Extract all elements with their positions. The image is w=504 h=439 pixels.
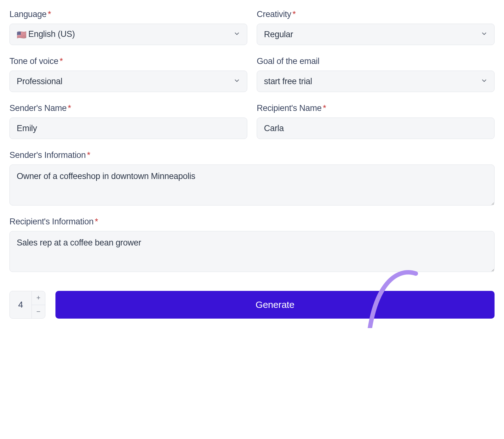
recipient-name-group: Recipient's Name* [257,103,495,139]
form-grid: Language* 🇺🇸English (US) Creativity* [9,9,495,272]
sender-info-label: Sender's Information* [9,150,495,160]
creativity-value: Regular [264,30,293,39]
creativity-select-wrap: Regular [257,24,495,45]
stepper-decrement-button[interactable]: − [32,305,45,319]
footer-row: 4 + − Generate [9,291,495,319]
sender-info-textarea[interactable] [9,165,495,205]
creativity-label: Creativity* [257,9,495,19]
tone-label: Tone of voice* [9,56,247,66]
goal-select[interactable]: start free trial [257,71,495,92]
stepper-increment-button[interactable]: + [32,291,45,305]
goal-label: Goal of the email [257,56,495,66]
creativity-group: Creativity* Regular [257,9,495,45]
sender-info-group: Sender's Information* [9,150,495,205]
recipient-info-group: Recipient's Information* [9,217,495,272]
sender-name-input[interactable] [9,118,247,139]
us-flag-icon: 🇺🇸 [17,30,26,39]
recipient-name-label: Recipient's Name* [257,103,495,113]
required-marker: * [293,9,296,19]
tone-select[interactable]: Professional [9,71,247,92]
required-marker: * [48,9,51,19]
language-select[interactable]: 🇺🇸English (US) [9,24,247,45]
required-marker: * [87,150,90,160]
tone-select-wrap: Professional [9,71,247,92]
stepper-value[interactable]: 4 [10,291,32,318]
tone-value: Professional [17,77,62,86]
goal-value: start free trial [264,77,312,86]
language-group: Language* 🇺🇸English (US) [9,9,247,45]
minus-icon: − [37,308,41,315]
goal-group: Goal of the email start free trial [257,56,495,92]
language-value: English (US) [28,29,75,39]
required-marker: * [60,56,63,66]
generate-button[interactable]: Generate [55,291,495,319]
goal-select-wrap: start free trial [257,71,495,92]
recipient-name-input[interactable] [257,118,495,139]
tone-group: Tone of voice* Professional [9,56,247,92]
language-select-wrap: 🇺🇸English (US) [9,24,247,45]
required-marker: * [95,217,98,226]
stepper-controls: + − [32,291,45,318]
plus-icon: + [37,294,41,301]
language-label: Language* [9,9,247,19]
sender-name-label: Sender's Name* [9,103,247,113]
sender-name-group: Sender's Name* [9,103,247,139]
creativity-select[interactable]: Regular [257,24,495,45]
quantity-stepper: 4 + − [9,291,45,319]
form-container: Language* 🇺🇸English (US) Creativity* [9,9,495,319]
required-marker: * [68,103,71,113]
required-marker: * [323,103,326,113]
recipient-info-label: Recipient's Information* [9,217,495,227]
recipient-info-textarea[interactable] [9,231,495,272]
